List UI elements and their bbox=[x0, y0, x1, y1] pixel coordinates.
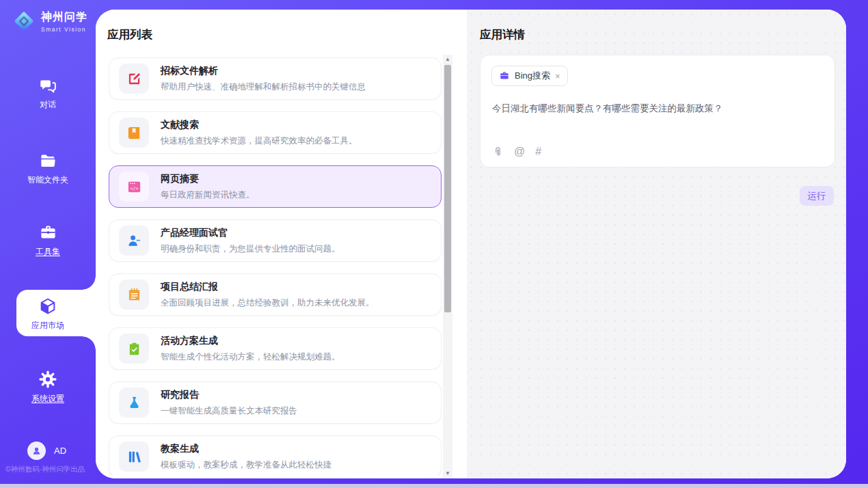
composer-toolbar: @ # bbox=[492, 146, 541, 158]
logo-diamond-icon bbox=[12, 10, 36, 33]
sidebar-item-settings[interactable]: 系统设置 bbox=[0, 370, 96, 405]
app-icon-tile bbox=[119, 64, 149, 94]
app-card-pm-interviewer[interactable]: 产品经理面试官 明确身份和职责，为您提供专业性的面试问题。 bbox=[109, 219, 442, 262]
app-detail-panel: 应用详情 Bing搜索 × 今日湖北有哪些新闻要点？有哪些需要关注的最新政策？ … bbox=[467, 10, 846, 478]
browser-code-icon: </> bbox=[126, 179, 142, 195]
app-card-bid-analysis[interactable]: 招标文件解析 帮助用户快速、准确地理解和解析招标书中的关键信息 bbox=[109, 57, 442, 100]
prompt-composer: Bing搜索 × 今日湖北有哪些新闻要点？有哪些需要关注的最新政策？ @ # bbox=[480, 55, 835, 167]
app-desc: 每日政府新闻资讯快查。 bbox=[161, 189, 255, 201]
app-card-web-summary[interactable]: </> 网页摘要 每日政府新闻资讯快查。 bbox=[109, 165, 442, 208]
app-icon-tile: </> bbox=[119, 172, 149, 202]
paperclip-icon[interactable] bbox=[492, 146, 504, 158]
app-icon-tile bbox=[119, 334, 149, 364]
cube-icon bbox=[38, 297, 57, 316]
app-name: 招标文件解析 bbox=[161, 65, 366, 77]
sidebar: 神州问学 Smart Vision 对话 智能文件夹 工具集 bbox=[0, 0, 96, 484]
folder-icon bbox=[39, 152, 57, 170]
app-list-title: 应用列表 bbox=[107, 27, 152, 42]
app-name: 文献搜索 bbox=[161, 119, 357, 131]
book-icon bbox=[126, 125, 142, 141]
briefcase-icon bbox=[499, 70, 510, 81]
run-button[interactable]: 运行 bbox=[800, 186, 834, 206]
app-card-lesson-plan[interactable]: 教案生成 模板驱动，教案秒成，教学准备从此轻松快捷 bbox=[109, 435, 442, 476]
app-logo: 神州问学 Smart Vision bbox=[12, 10, 87, 33]
scroll-up-arrow[interactable]: ▲ bbox=[443, 55, 452, 64]
list-scrollbar[interactable]: ▲ ▼ bbox=[443, 55, 452, 478]
app-icon-tile bbox=[119, 442, 149, 472]
svg-text:</>: </> bbox=[130, 186, 138, 191]
user-name: AD bbox=[54, 446, 66, 456]
sidebar-item-label: 智能文件夹 bbox=[0, 174, 96, 186]
sidebar-item-label: 应用市场 bbox=[0, 320, 96, 331]
sidebar-item-app-market[interactable]: 应用市场 bbox=[0, 297, 96, 331]
app-name: 活动方案生成 bbox=[161, 335, 340, 347]
sidebar-item-smart-folder[interactable]: 智能文件夹 bbox=[0, 152, 96, 186]
user-account[interactable]: AD bbox=[27, 442, 66, 460]
app-name: 产品经理面试官 bbox=[161, 227, 340, 239]
app-detail-title: 应用详情 bbox=[480, 27, 525, 42]
app-card-research-report[interactable]: 研究报告 一键智能生成高质量长文本研究报告 bbox=[109, 381, 442, 424]
person-icon bbox=[31, 446, 42, 456]
tool-tag-bing-search[interactable]: Bing搜索 × bbox=[491, 66, 568, 86]
query-input[interactable]: 今日湖北有哪些新闻要点？有哪些需要关注的最新政策？ bbox=[492, 102, 820, 116]
scrollbar-thumb[interactable] bbox=[444, 65, 451, 312]
app-desc: 快速精准查找学术资源，提高研究效率的必备工具。 bbox=[161, 135, 357, 147]
app-card-project-summary[interactable]: 项目总结汇报 全面回顾项目进展，总结经验教训，助力未来优化发展。 bbox=[109, 273, 442, 316]
books-icon bbox=[126, 449, 142, 465]
avatar bbox=[27, 442, 46, 460]
app-icon-tile bbox=[119, 280, 149, 310]
app-desc: 帮助用户快速、准确地理解和解析招标书中的关键信息 bbox=[161, 81, 366, 93]
app-card-activity-plan[interactable]: 活动方案生成 智能生成个性化活动方案，轻松解决规划难题。 bbox=[109, 327, 442, 370]
close-icon[interactable]: × bbox=[555, 72, 560, 81]
notepad-icon bbox=[126, 287, 142, 303]
tool-tag-label: Bing搜索 bbox=[515, 70, 550, 82]
sidebar-item-toolset[interactable]: 工具集 bbox=[0, 223, 96, 258]
toolbox-icon bbox=[39, 223, 57, 242]
app-desc: 智能生成个性化活动方案，轻松解决规划难题。 bbox=[161, 351, 340, 363]
app-name: 网页摘要 bbox=[161, 173, 255, 185]
bottom-strip bbox=[0, 484, 868, 488]
sidebar-item-label: 对话 bbox=[0, 99, 96, 111]
app-desc: 全面回顾项目进展，总结经验教训，助力未来优化发展。 bbox=[161, 297, 375, 309]
at-icon[interactable]: @ bbox=[514, 146, 525, 158]
app-name: 项目总结汇报 bbox=[161, 281, 375, 293]
clipboard-check-icon bbox=[126, 341, 142, 357]
app-desc: 一键智能生成高质量长文本研究报告 bbox=[161, 405, 297, 417]
scroll-down-arrow[interactable]: ▼ bbox=[443, 469, 452, 478]
doc-edit-icon bbox=[126, 71, 142, 87]
logo-title: 神州问学 bbox=[41, 10, 87, 25]
app-icon-tile bbox=[119, 118, 149, 148]
sidebar-item-label: 工具集 bbox=[0, 246, 96, 258]
copyright-text: ©神州数码·神州问学出品 bbox=[5, 465, 96, 474]
main-content: 应用列表 招标文件解析 帮助用户快速、准确地理解和解析招标书中的关键信息 bbox=[96, 10, 846, 478]
app-name: 教案生成 bbox=[161, 443, 331, 455]
app-list-panel: 应用列表 招标文件解析 帮助用户快速、准确地理解和解析招标书中的关键信息 bbox=[96, 10, 467, 478]
app-desc: 明确身份和职责，为您提供专业性的面试问题。 bbox=[161, 243, 340, 255]
sidebar-item-label: 系统设置 bbox=[0, 393, 96, 405]
app-name: 研究报告 bbox=[161, 389, 297, 401]
flask-icon bbox=[126, 395, 142, 411]
app-icon-tile bbox=[119, 226, 149, 256]
interviewer-icon bbox=[126, 233, 142, 249]
chat-icon bbox=[39, 77, 57, 95]
app-desc: 模板驱动，教案秒成，教学准备从此轻松快捷 bbox=[161, 459, 331, 471]
app-card-list: 招标文件解析 帮助用户快速、准确地理解和解析招标书中的关键信息 文献搜索 快速精… bbox=[109, 57, 442, 476]
app-card-literature-search[interactable]: 文献搜索 快速精准查找学术资源，提高研究效率的必备工具。 bbox=[109, 111, 442, 154]
gear-icon bbox=[38, 370, 57, 389]
app-icon-tile bbox=[119, 388, 149, 418]
logo-subtitle: Smart Vision bbox=[41, 26, 87, 33]
sidebar-item-chat[interactable]: 对话 bbox=[0, 77, 96, 111]
hash-icon[interactable]: # bbox=[535, 146, 541, 158]
